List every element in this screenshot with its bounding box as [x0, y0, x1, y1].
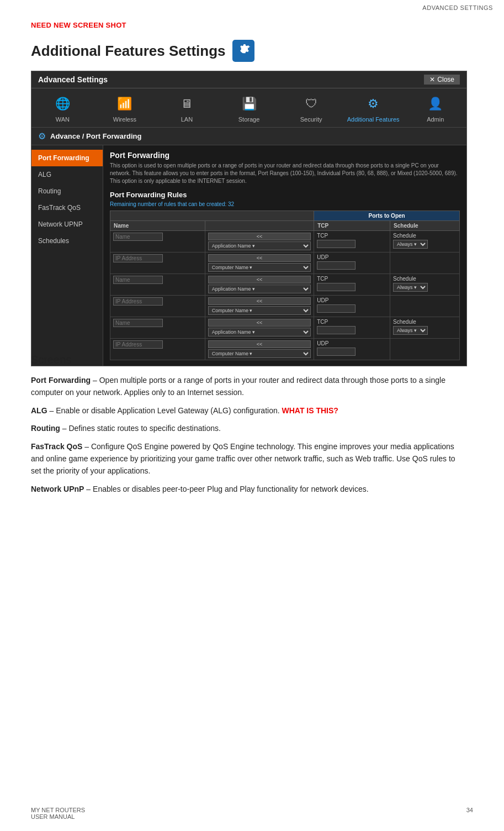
dialog-title: Advanced Settings [38, 75, 108, 84]
term-network-upnp: Network UPnP [31, 485, 84, 493]
table-row: << Application Name ▾ TCP Schedule [110, 317, 460, 339]
row1-comp-select[interactable]: Computer Name ▾ [208, 263, 311, 272]
row1-arrow-btn[interactable]: << [208, 233, 311, 240]
term-fastrack-qos: FasTrack QoS [31, 442, 82, 451]
body-alg: Enable or disable Application Level Gate… [56, 406, 282, 415]
content-area: Port Forwarding ALG Routing FasTrack QoS… [31, 145, 466, 366]
additional-features-icon: ⚙ [363, 94, 383, 114]
para-port-forwarding: Port Forwarding – Open multiple ports or… [31, 374, 467, 399]
row2-tcp-input[interactable] [317, 283, 356, 291]
wan-icon: 🌐 [52, 94, 72, 114]
nav-item-additional-features[interactable]: ⚙ Additional Features [342, 94, 405, 123]
row1-udp-schedule-cell [390, 253, 460, 274]
page-header-label: ADVANCED SETTINGS [422, 4, 493, 11]
row2-udp-input[interactable] [317, 304, 356, 313]
para-alg: ALG – Enable or disable Application Leve… [31, 404, 467, 417]
security-icon: 🛡 [301, 94, 321, 114]
sidebar-item-alg[interactable]: ALG [31, 166, 103, 183]
sidebar-item-routing[interactable]: Routing [31, 183, 103, 199]
nav-item-wireless[interactable]: 📶 Wireless [94, 94, 156, 123]
sep-upnp: – [86, 485, 93, 493]
panel-title: Port Forwarding [110, 151, 460, 160]
row2-schedule-cell: Schedule Always ▾ [390, 274, 460, 296]
row2-schedule-select[interactable]: Always ▾ [393, 283, 428, 292]
sidebar-item-fastrack-qos[interactable]: FasTrack QoS [31, 199, 103, 216]
col-name: Name [110, 221, 205, 231]
nav-item-storage[interactable]: 💾 Storage [218, 94, 280, 123]
close-label: Close [437, 76, 454, 83]
row3-app-select[interactable]: Application Name ▾ [208, 328, 311, 336]
row3-ip-input[interactable] [113, 340, 163, 349]
table-ports-header: Ports to Open [314, 211, 460, 221]
admin-icon: 👤 [426, 94, 445, 114]
body-network-upnp: Enables or disables peer-to-peer Plug an… [93, 485, 369, 493]
rules-section-title: Port Forwarding Rules [110, 191, 460, 199]
row2-udp-empty-cell [390, 296, 460, 317]
col-arrow [205, 221, 314, 231]
row2-ip-cell [110, 296, 205, 317]
row1-app-select[interactable]: Application Name ▾ [208, 241, 311, 250]
gear-plus-icon: + [232, 40, 254, 62]
body-fastrack-qos: Configure QoS Engine powered by QoS Engi… [31, 442, 455, 476]
close-button[interactable]: ✕ Close [424, 75, 460, 85]
nav-item-security[interactable]: 🛡 Security [280, 94, 342, 123]
row2-app-select[interactable]: Application Name ▾ [208, 285, 311, 293]
row2-name-input[interactable] [113, 276, 163, 284]
row3-comp-arrow-btn[interactable]: << [208, 340, 311, 348]
nav-item-lan[interactable]: 🖥 LAN [156, 94, 218, 123]
row1-name-cell [110, 231, 205, 253]
row1-ip-input[interactable] [113, 254, 163, 262]
nav-item-admin[interactable]: 👤 Admin [404, 94, 466, 123]
row1-comp-arrow-btn[interactable]: << [208, 254, 311, 262]
row2-comp-arrow-btn[interactable]: << [208, 297, 311, 305]
para-fastrack-qos: FasTrack QoS – Configure QoS Engine powe… [31, 440, 467, 477]
nav-label-additional-features: Additional Features [347, 116, 400, 123]
storage-icon: 💾 [239, 94, 259, 114]
need-screenshot-label: NEED NEW SCREEN SHOT [31, 21, 126, 29]
table-row: << Application Name ▾ TCP Schedule [110, 274, 460, 296]
section-title: Additional Features Settings + [31, 40, 254, 62]
section-title-text: Additional Features Settings [31, 43, 226, 60]
sep-port-forwarding: – [93, 376, 99, 385]
sidebar-item-schedules[interactable]: Schedules [31, 233, 103, 249]
row2-arrow-btn[interactable]: << [208, 276, 311, 283]
table-row: << Application Name ▾ TCP Schedule [110, 231, 460, 253]
nav-label-admin: Admin [427, 116, 444, 123]
row2-arrow-cell: << Application Name ▾ [205, 274, 314, 296]
col-schedule: Schedule [390, 221, 460, 231]
nav-label-wan: WAN [56, 116, 70, 123]
row2-comp-cell: << Computer Name ▾ [205, 296, 314, 317]
sep-routing: – [62, 424, 69, 433]
lan-icon: 🖥 [177, 94, 197, 114]
nav-label-storage: Storage [238, 116, 260, 123]
term-routing: Routing [31, 424, 60, 433]
row3-name-input[interactable] [113, 319, 163, 327]
row1-ip-cell [110, 253, 205, 274]
row2-comp-select[interactable]: Computer Name ▾ [208, 306, 311, 315]
nav-label-lan: LAN [181, 116, 193, 123]
nav-item-wan[interactable]: 🌐 WAN [31, 94, 94, 123]
row1-tcp-input[interactable] [317, 240, 356, 248]
para-network-upnp: Network UPnP – Enables or disables peer-… [31, 483, 467, 495]
row3-arrow-btn[interactable]: << [208, 319, 311, 327]
main-panel: Port Forwarding This option is used to o… [103, 145, 466, 366]
row3-tcp-input[interactable] [317, 326, 356, 334]
sidebar-item-port-forwarding[interactable]: Port Forwarding [31, 150, 103, 166]
row3-schedule-select[interactable]: Always ▾ [393, 326, 428, 335]
breadcrumb-icon: ⚙ [38, 131, 46, 141]
footer-left: MY NET ROUTERS USER MANUAL [31, 807, 85, 820]
dialog-topbar: Advanced Settings ✕ Close [31, 71, 466, 88]
para-routing: Routing – Defines static routes to speci… [31, 422, 467, 434]
row3-tcp-cell: TCP [314, 317, 390, 339]
row1-name-input[interactable] [113, 233, 163, 241]
row1-schedule-select[interactable]: Always ▾ [393, 240, 428, 249]
row1-schedule-cell: Schedule Always ▾ [390, 231, 460, 253]
row1-arrow-cell: << Application Name ▾ [205, 231, 314, 253]
row1-udp-input[interactable] [317, 261, 356, 270]
row2-ip-input[interactable] [113, 297, 163, 306]
table-row: << Computer Name ▾ UDP [110, 253, 460, 274]
screens-heading: Screens [31, 354, 467, 366]
rules-count-label: Remaining number of rules that can be cr… [110, 201, 460, 207]
body-content: Screens Port Forwarding – Open multiple … [31, 354, 467, 501]
sidebar-item-network-upnp[interactable]: Network UPNP [31, 216, 103, 233]
